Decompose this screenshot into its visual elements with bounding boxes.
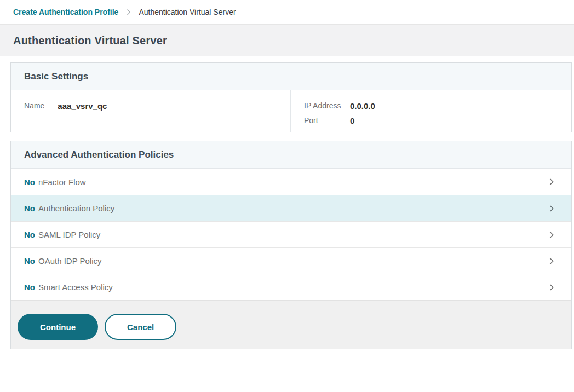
address-fields: IP Address 0.0.0.0 Port 0 bbox=[291, 90, 375, 132]
port-label: Port bbox=[304, 113, 350, 128]
chevron-right-icon bbox=[547, 257, 556, 266]
chevron-right-icon bbox=[547, 283, 556, 292]
breadcrumb-link-create-authentication-profile[interactable]: Create Authentication Profile bbox=[13, 8, 118, 16]
policy-label: Smart Access Policy bbox=[38, 283, 113, 292]
policy-count: No bbox=[24, 204, 35, 213]
ip-address-label: IP Address bbox=[304, 99, 350, 113]
page-title-band: Authentication Virtual Server bbox=[0, 25, 574, 56]
chevron-right-icon bbox=[547, 230, 556, 239]
policy-label: SAML IDP Policy bbox=[38, 230, 100, 239]
policy-row-nfactor-flow[interactable]: No nFactor Flow bbox=[11, 169, 571, 195]
policy-label: Authentication Policy bbox=[38, 204, 114, 213]
cancel-button[interactable]: Cancel bbox=[105, 314, 176, 340]
policy-count: No bbox=[24, 283, 35, 292]
basic-settings-header: Basic Settings bbox=[11, 63, 571, 90]
policy-row-authentication-policy[interactable]: No Authentication Policy bbox=[11, 195, 571, 221]
basic-settings-title: Basic Settings bbox=[24, 71, 88, 82]
breadcrumb-current: Authentication Virtual Server bbox=[139, 8, 236, 16]
advanced-policies-header: Advanced Authentication Policies bbox=[11, 141, 571, 169]
policy-count: No bbox=[24, 230, 35, 239]
name-label: Name bbox=[24, 101, 44, 110]
name-value: aaa_vsrv_qc bbox=[58, 101, 107, 111]
policy-row-oauth-idp-policy[interactable]: No OAuth IDP Policy bbox=[11, 247, 571, 274]
policy-count: No bbox=[24, 177, 35, 187]
continue-button[interactable]: Continue bbox=[18, 314, 98, 340]
chevron-right-icon bbox=[547, 204, 556, 213]
policy-row-saml-idp-policy[interactable]: No SAML IDP Policy bbox=[11, 221, 571, 247]
policy-label: OAuth IDP Policy bbox=[38, 256, 102, 266]
chevron-right-icon bbox=[547, 177, 556, 186]
advanced-policies-panel: Advanced Authentication Policies No nFac… bbox=[10, 141, 572, 349]
ip-address-field: IP Address 0.0.0.0 bbox=[304, 99, 375, 113]
policy-count: No bbox=[24, 256, 35, 266]
page-title: Authentication Virtual Server bbox=[13, 34, 167, 47]
policy-label: nFactor Flow bbox=[38, 177, 86, 187]
action-bar: Continue Cancel bbox=[11, 300, 571, 349]
breadcrumb: Create Authentication Profile Authentica… bbox=[0, 0, 574, 25]
port-field: Port 0 bbox=[304, 113, 375, 128]
advanced-policies-title: Advanced Authentication Policies bbox=[24, 149, 174, 160]
basic-settings-body: Name aaa_vsrv_qc IP Address 0.0.0.0 Port… bbox=[11, 90, 571, 132]
basic-settings-panel: Basic Settings Name aaa_vsrv_qc IP Addre… bbox=[10, 62, 572, 132]
policy-row-smart-access-policy[interactable]: No Smart Access Policy bbox=[11, 274, 571, 300]
name-field: Name aaa_vsrv_qc bbox=[11, 90, 291, 132]
chevron-right-icon bbox=[125, 9, 132, 16]
ip-address-value: 0.0.0.0 bbox=[350, 99, 375, 113]
port-value: 0 bbox=[350, 113, 354, 128]
